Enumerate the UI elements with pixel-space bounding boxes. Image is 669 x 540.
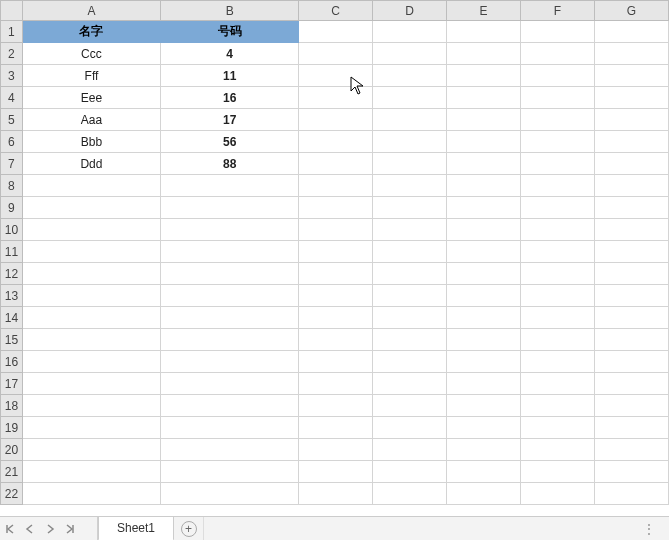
cell-A7[interactable]: Ddd (22, 153, 160, 175)
cell[interactable] (299, 219, 373, 241)
cell[interactable] (299, 483, 373, 505)
cell[interactable] (161, 483, 299, 505)
cell[interactable] (161, 175, 299, 197)
cell[interactable] (161, 373, 299, 395)
cell[interactable] (447, 153, 521, 175)
cell[interactable] (299, 285, 373, 307)
cell[interactable] (447, 241, 521, 263)
row-header[interactable]: 20 (1, 439, 23, 461)
cell[interactable] (299, 153, 373, 175)
cell[interactable] (373, 21, 447, 43)
row-header[interactable]: 2 (1, 43, 23, 65)
cell[interactable] (161, 439, 299, 461)
cell[interactable] (299, 131, 373, 153)
cell[interactable] (161, 219, 299, 241)
cell[interactable] (22, 461, 160, 483)
cell[interactable] (447, 197, 521, 219)
cell[interactable] (161, 329, 299, 351)
cell[interactable] (447, 307, 521, 329)
row-header[interactable]: 18 (1, 395, 23, 417)
cell[interactable] (521, 43, 595, 65)
row-header[interactable]: 17 (1, 373, 23, 395)
cell[interactable] (594, 329, 668, 351)
cell[interactable] (594, 109, 668, 131)
cell[interactable] (594, 197, 668, 219)
row-header[interactable]: 10 (1, 219, 23, 241)
cell[interactable] (447, 439, 521, 461)
row-header[interactable]: 4 (1, 87, 23, 109)
cell[interactable] (594, 483, 668, 505)
cell[interactable] (373, 329, 447, 351)
row-header[interactable]: 14 (1, 307, 23, 329)
cell[interactable] (22, 175, 160, 197)
cell[interactable] (594, 263, 668, 285)
cell-A5[interactable]: Aaa (22, 109, 160, 131)
cell[interactable] (521, 131, 595, 153)
cell[interactable] (447, 373, 521, 395)
cell[interactable] (161, 417, 299, 439)
cell[interactable] (161, 461, 299, 483)
cell[interactable] (373, 197, 447, 219)
cell[interactable] (594, 65, 668, 87)
cell[interactable] (299, 417, 373, 439)
cell-B1[interactable]: 号码 (161, 21, 299, 43)
cell[interactable] (22, 241, 160, 263)
cell[interactable] (594, 461, 668, 483)
col-header-F[interactable]: F (521, 1, 595, 21)
row-header[interactable]: 8 (1, 175, 23, 197)
col-header-C[interactable]: C (299, 1, 373, 21)
cell[interactable] (299, 43, 373, 65)
cell[interactable] (22, 285, 160, 307)
col-header-G[interactable]: G (594, 1, 668, 21)
row-header[interactable]: 7 (1, 153, 23, 175)
cell-A2[interactable]: Ccc (22, 43, 160, 65)
cell[interactable] (594, 307, 668, 329)
row-header[interactable]: 16 (1, 351, 23, 373)
cell[interactable] (373, 395, 447, 417)
cell[interactable] (373, 153, 447, 175)
cell[interactable] (22, 395, 160, 417)
row-header[interactable]: 19 (1, 417, 23, 439)
cell[interactable] (447, 65, 521, 87)
cell[interactable] (299, 439, 373, 461)
cell[interactable] (521, 483, 595, 505)
cell-B2[interactable]: 4 (161, 43, 299, 65)
cell[interactable] (373, 43, 447, 65)
cell-B3[interactable]: 11 (161, 65, 299, 87)
spreadsheet-grid[interactable]: A B C D E F G 1 名字 号码 2 Ccc 4 3 Fff 11 4… (0, 0, 669, 516)
row-header[interactable]: 21 (1, 461, 23, 483)
cell[interactable] (373, 307, 447, 329)
cell[interactable] (299, 263, 373, 285)
cell[interactable] (447, 175, 521, 197)
cell[interactable] (299, 65, 373, 87)
cell[interactable] (594, 417, 668, 439)
cell[interactable] (299, 175, 373, 197)
row-header[interactable]: 15 (1, 329, 23, 351)
cell[interactable] (373, 65, 447, 87)
cell[interactable] (594, 285, 668, 307)
cell[interactable] (521, 65, 595, 87)
cell[interactable] (447, 21, 521, 43)
cell-A6[interactable]: Bbb (22, 131, 160, 153)
cell[interactable] (161, 395, 299, 417)
cell[interactable] (299, 241, 373, 263)
cell[interactable] (373, 263, 447, 285)
cell[interactable] (594, 43, 668, 65)
col-header-E[interactable]: E (447, 1, 521, 21)
cell[interactable] (594, 395, 668, 417)
cell[interactable] (521, 263, 595, 285)
cell[interactable] (299, 21, 373, 43)
cell[interactable] (373, 351, 447, 373)
cell[interactable] (594, 87, 668, 109)
add-sheet-button[interactable]: + (174, 517, 204, 540)
cell[interactable] (299, 329, 373, 351)
row-header[interactable]: 13 (1, 285, 23, 307)
cell[interactable] (447, 43, 521, 65)
tab-nav-next-button[interactable] (40, 517, 60, 540)
row-header[interactable]: 1 (1, 21, 23, 43)
cell[interactable] (594, 21, 668, 43)
cell[interactable] (521, 307, 595, 329)
cell[interactable] (447, 131, 521, 153)
cell[interactable] (594, 351, 668, 373)
tab-more-icon[interactable]: ⋮ (639, 517, 659, 540)
